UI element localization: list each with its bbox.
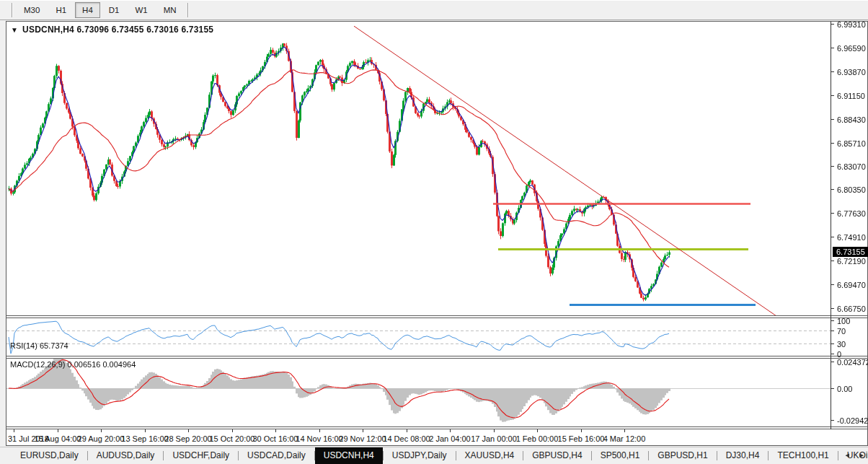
macd-signal-value: 0.004964 <box>102 360 136 369</box>
price-tick-label: 6.72190 <box>837 257 866 266</box>
tab-usdcnh-h4[interactable]: USDCNH,H4 <box>315 447 383 464</box>
price-tick-label: 6.85710 <box>837 139 866 148</box>
price-tick-label: 6.66750 <box>837 305 866 313</box>
timeframe-button-w1[interactable]: W1 <box>128 2 154 18</box>
price-tick-label: 6.99310 <box>837 20 866 29</box>
rsi-name: RSI(14) <box>10 341 37 350</box>
timeframe-button-m30[interactable]: M30 <box>17 2 47 18</box>
rsi-value: 65.7374 <box>40 341 68 350</box>
tab-scroll-right-icon[interactable]: ▸ <box>859 450 864 460</box>
price-tick-label: 6.74910 <box>837 233 866 242</box>
tab-usdchf-daily[interactable]: USDCHF,Daily <box>164 447 238 464</box>
timeframe-button-mn[interactable]: MN <box>156 2 184 18</box>
price-tick-label: 6.77630 <box>837 209 866 218</box>
chart-header: ▼USDCNH,H4 6.73096 6.73455 6.73016 6.731… <box>11 25 213 35</box>
macd-label: MACD(12,26,9) 0.006516 0.004964 <box>10 360 136 369</box>
price-tick-label: 6.88430 <box>837 115 866 124</box>
timeframe-button-h1[interactable]: H1 <box>48 2 74 18</box>
ohlc-open: 6.73096 <box>76 25 109 35</box>
tab-audusd-daily[interactable]: AUDUSD,Daily <box>88 447 164 464</box>
macd-name: MACD(12,26,9) <box>10 360 65 369</box>
macd-main-value: 0.006516 <box>67 360 100 369</box>
tab-scroll-left-icon[interactable]: ◂ <box>845 450 849 460</box>
ohlc-close: 6.73155 <box>181 25 213 35</box>
date-tick-label: 4 Mar 12:00 <box>597 434 652 443</box>
timeframe-button-d1[interactable]: D1 <box>102 2 127 18</box>
rsi-scale-label: 0 <box>837 350 841 359</box>
tab-sp500-h1[interactable]: SP500,H1 <box>592 447 649 464</box>
ohlc-low: 6.73016 <box>146 25 179 35</box>
timeframe-toolbar: M30H1H4D1W1MN <box>0 0 868 20</box>
tab-eurusd-daily[interactable]: EURUSD,Daily <box>12 447 87 464</box>
macd-scale-label: -0.029423 <box>837 416 868 425</box>
symbol-tabbar: EURUSD,DailyAUDUSD,DailyUSDCHF,DailyUSDC… <box>0 447 868 464</box>
tab-gbpusd-h1[interactable]: GBPUSD,H1 <box>649 447 716 464</box>
price-tick-label: 6.83070 <box>837 162 866 171</box>
toolbar-separator <box>12 3 13 17</box>
ohlc-high: 6.73455 <box>112 25 144 35</box>
price-tick-label: 6.69470 <box>837 281 866 289</box>
tab-dj30-h4[interactable]: DJ30,H4 <box>717 447 769 464</box>
macd-scale-label: 0.024372 <box>837 358 868 367</box>
rsi-scale-label: 30 <box>837 340 846 349</box>
chart-symbol-label: USDCNH,H4 <box>22 25 74 35</box>
macd-scale-label: 0.00 <box>837 385 852 393</box>
tab-usdjpy-daily[interactable]: USDJPY,Daily <box>384 447 456 464</box>
timeframe-button-h4[interactable]: H4 <box>75 2 100 18</box>
current-price-box: 6.73155 <box>833 247 868 257</box>
tab-gbpusd-h4[interactable]: GBPUSD,H4 <box>523 447 590 464</box>
tab-tech100-h1[interactable]: TECH100,H1 <box>769 447 837 464</box>
rsi-label: RSI(14) 65.7374 <box>10 341 68 350</box>
rsi-scale-label: 70 <box>837 327 846 336</box>
price-tick-label: 6.93870 <box>837 68 866 76</box>
price-tick-label: 6.80350 <box>837 185 866 194</box>
toolbar-separator <box>187 3 189 17</box>
rsi-scale-label: 100 <box>837 317 850 325</box>
price-chart-canvas[interactable] <box>6 22 867 433</box>
price-tick-label: 6.96590 <box>837 44 866 53</box>
tab-xauusd-h4[interactable]: XAUUSD,H4 <box>456 447 523 464</box>
tab-usdcad-daily[interactable]: USDCAD,Daily <box>239 447 314 464</box>
chart-dropdown-icon[interactable]: ▼ <box>11 26 18 34</box>
chart-window: ▼USDCNH,H4 6.73096 6.73455 6.73016 6.731… <box>6 21 868 446</box>
price-tick-label: 6.91150 <box>837 92 865 100</box>
